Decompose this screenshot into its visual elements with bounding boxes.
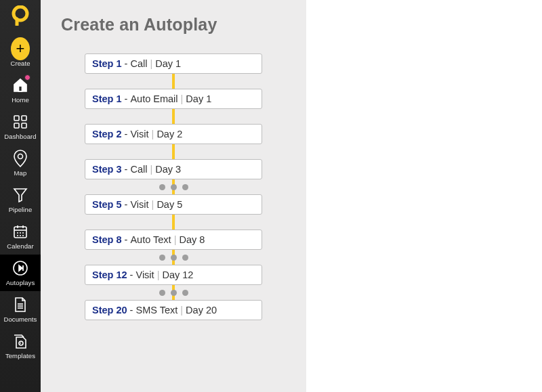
nav-label: Create	[10, 60, 30, 67]
step-day: Day 1	[155, 58, 181, 69]
separator: |	[178, 93, 186, 104]
plus-icon: +	[11, 39, 30, 58]
separator: |	[147, 58, 155, 69]
nav-label: Documents	[4, 315, 37, 323]
nav-map[interactable]: Map	[0, 145, 41, 181]
dash: -	[122, 129, 131, 139]
dash: -	[122, 93, 131, 104]
nav-autoplays[interactable]: Autoplays	[0, 255, 41, 291]
funnel-icon	[11, 186, 30, 204]
document-icon	[11, 295, 30, 314]
nav-documents[interactable]: Documents	[0, 291, 41, 328]
svg-rect-3	[22, 116, 26, 121]
calendar-icon	[11, 222, 30, 241]
autoplay-steps: Step 1 - Call | Day 1 Step 1 - Auto Emai…	[85, 53, 262, 320]
step-card[interactable]: Step 1 - Call | Day 1	[85, 53, 262, 74]
separator: |	[154, 269, 163, 280]
step-card[interactable]: Step 20 - SMS Text | Day 20	[85, 300, 262, 320]
notification-badge	[24, 74, 30, 81]
step-action: Call	[130, 58, 147, 69]
nav-label: Pipeline	[9, 206, 33, 213]
svg-rect-4	[14, 123, 19, 128]
step-number: Step 8	[92, 234, 122, 245]
step-card[interactable]: Step 12 - Visit | Day 12	[85, 265, 262, 285]
skip-indicator	[85, 285, 262, 300]
separator: |	[149, 199, 157, 210]
nav-label: Map	[14, 169, 27, 177]
nav-label: Calendar	[7, 242, 33, 250]
dash: -	[122, 58, 131, 69]
step-action: SMS Text	[136, 305, 178, 315]
separator: |	[171, 234, 180, 245]
step-number: Step 3	[92, 164, 122, 175]
step-action: Visit	[136, 269, 154, 280]
nav-label: Templates	[5, 352, 35, 360]
empty-right-pane	[306, 0, 542, 392]
step-day: Day 20	[186, 305, 217, 315]
step-card[interactable]: Step 1 - Auto Email | Day 1	[85, 89, 262, 109]
svg-rect-2	[14, 116, 19, 121]
step-number: Step 1	[92, 93, 122, 104]
step-action: Auto Text	[130, 234, 171, 245]
step-day: Day 3	[155, 164, 181, 175]
home-icon	[11, 76, 30, 95]
map-pin-icon	[11, 149, 30, 168]
main-panel: Create an Autoplay Step 1 - Call | Day 1…	[41, 0, 306, 392]
step-action: Auto Email	[130, 93, 178, 104]
dash: -	[122, 234, 131, 245]
dash: -	[127, 305, 136, 315]
svg-rect-5	[22, 123, 26, 128]
dash: -	[122, 164, 131, 175]
dash: -	[122, 199, 131, 210]
autoplay-icon	[11, 259, 30, 278]
step-day: Day 5	[157, 199, 182, 210]
step-card[interactable]: Step 2 - Visit | Day 2	[85, 124, 262, 144]
svg-point-6	[18, 154, 23, 159]
skip-indicator	[85, 179, 262, 194]
step-card[interactable]: Step 5 - Visit | Day 5	[85, 194, 262, 215]
page-title: Create an Autoplay	[61, 15, 286, 35]
templates-icon	[11, 332, 30, 351]
app-logo	[10, 5, 30, 26]
nav-pipeline[interactable]: Pipeline	[0, 181, 41, 218]
step-action: Call	[130, 164, 147, 175]
nav-label: Dashboard	[4, 133, 36, 140]
nav-dashboard[interactable]: Dashboard	[0, 108, 41, 145]
separator: |	[149, 129, 157, 139]
separator: |	[147, 164, 155, 175]
step-day: Day 2	[157, 129, 182, 139]
step-number: Step 1	[92, 58, 122, 69]
dashboard-icon	[11, 112, 30, 131]
step-number: Step 2	[92, 129, 122, 139]
svg-rect-1	[19, 86, 22, 91]
nav-home[interactable]: Home	[0, 72, 41, 108]
skip-indicator	[85, 250, 262, 265]
step-day: Day 12	[162, 269, 193, 280]
step-number: Step 12	[92, 269, 127, 280]
step-action: Visit	[130, 129, 148, 139]
nav-label: Autoplays	[6, 279, 35, 286]
step-number: Step 5	[92, 199, 122, 210]
step-number: Step 20	[92, 305, 127, 315]
nav-templates[interactable]: Templates	[0, 328, 41, 364]
step-card[interactable]: Step 8 - Auto Text | Day 8	[85, 230, 262, 250]
dash: -	[127, 269, 136, 280]
step-card[interactable]: Step 3 - Call | Day 3	[85, 159, 262, 179]
step-action: Visit	[130, 199, 148, 210]
nav-label: Home	[12, 96, 29, 104]
step-day: Day 8	[179, 234, 205, 245]
separator: |	[178, 305, 186, 315]
step-day: Day 1	[186, 93, 211, 104]
nav-calendar[interactable]: Calendar	[0, 218, 41, 255]
nav-create[interactable]: + Create	[0, 35, 41, 72]
sidebar: + Create Home Dashboard	[0, 0, 41, 392]
